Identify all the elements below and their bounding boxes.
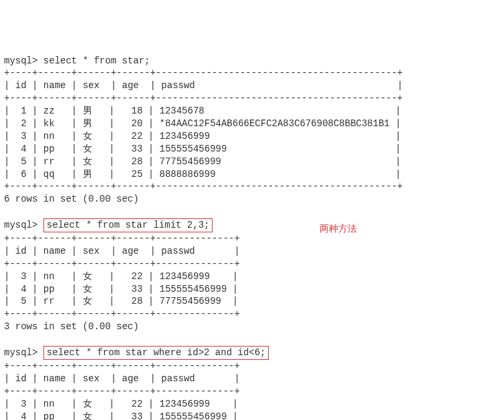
cell: 22 — [131, 399, 142, 409]
col-id: id — [15, 80, 27, 91]
cell: 123456999 — [160, 271, 211, 282]
cell: 5 — [21, 296, 26, 306]
cell: 女 — [83, 284, 92, 294]
col-age: age — [122, 80, 139, 91]
separator: +----+------+------+------+-------------… — [4, 308, 240, 319]
cell: 女 — [83, 271, 92, 282]
query-3-highlighted: select * from star where id>2 and id<6; — [43, 346, 269, 360]
cell: 4 — [21, 284, 26, 294]
cell: pp — [43, 144, 55, 154]
cell: qq — [43, 169, 55, 180]
separator: +----+------+------+------+-------------… — [4, 67, 403, 78]
cell: 女 — [83, 296, 92, 306]
cell: 3 — [21, 131, 26, 142]
cell: rr — [43, 156, 55, 167]
separator: +----+------+------+------+-------------… — [4, 361, 240, 371]
cell: nn — [43, 399, 55, 409]
cell: 3 — [21, 399, 26, 409]
cell: 155555456999 — [160, 411, 227, 421]
cell: 123456999 — [160, 131, 211, 142]
cell: 20 — [131, 118, 142, 129]
cell: 男 — [83, 106, 92, 116]
query-2-highlighted: select * from star limit 2,3; — [43, 218, 213, 232]
col-sex: sex — [83, 80, 100, 91]
mysql-prompt: mysql> — [4, 220, 37, 230]
col-passwd: passwd — [161, 80, 195, 91]
cell: 2 — [21, 118, 26, 129]
col-passwd: passwd — [161, 373, 195, 384]
cell: 女 — [83, 156, 92, 167]
col-name: name — [43, 80, 66, 91]
cell: pp — [43, 284, 55, 294]
separator: +----+------+------+------+-------------… — [4, 386, 240, 397]
cell: 22 — [131, 131, 142, 142]
cell: *84AAC12F54AB666ECFC2A83C676908C8BBC381B… — [160, 118, 390, 129]
cell: 18 — [131, 106, 142, 116]
annotation-text: 两种方法 — [320, 222, 357, 235]
cell: 6 — [21, 169, 26, 180]
separator: +----+------+------+------+-------------… — [4, 93, 403, 103]
col-sex: sex — [83, 373, 100, 384]
cell: 155555456999 — [160, 144, 227, 154]
separator: +----+------+------+------+-------------… — [4, 233, 240, 244]
cell: 女 — [83, 399, 92, 409]
cell: kk — [43, 118, 55, 129]
mysql-prompt: mysql> — [4, 347, 37, 358]
col-id: id — [15, 373, 27, 384]
separator: +----+------+------+------+-------------… — [4, 181, 403, 192]
cell: 3 — [21, 271, 26, 282]
cell: 33 — [131, 284, 142, 294]
cell: 33 — [131, 411, 142, 421]
cell: pp — [43, 411, 55, 421]
cell: 12345678 — [160, 106, 205, 116]
cell: 女 — [83, 131, 92, 142]
cell: zz — [43, 106, 55, 116]
result-summary: 3 rows in set (0.00 sec) — [4, 321, 139, 332]
result-summary: 6 rows in set (0.00 sec) — [4, 194, 139, 204]
col-age: age — [122, 246, 139, 256]
cell: 155555456999 — [160, 284, 227, 294]
cell: 男 — [83, 169, 92, 180]
cell: rr — [43, 296, 55, 306]
cell: 4 — [21, 144, 26, 154]
col-id: id — [15, 246, 27, 256]
cell: 33 — [131, 144, 142, 154]
col-age: age — [122, 373, 139, 384]
cell: 77755456999 — [160, 296, 221, 306]
cell: 男 — [83, 118, 92, 129]
cell: nn — [43, 131, 55, 142]
cell: 28 — [131, 156, 142, 167]
cell: 123456999 — [160, 399, 211, 409]
separator: +----+------+------+------+-------------… — [4, 258, 240, 269]
cell: 77755456999 — [160, 156, 221, 167]
cell: 5 — [21, 156, 26, 167]
cell: 25 — [131, 169, 142, 180]
col-name: name — [43, 373, 66, 384]
mysql-prompt: mysql> — [4, 55, 37, 66]
query-1: select * from star; — [43, 55, 150, 66]
cell: 4 — [21, 411, 26, 421]
cell: 22 — [131, 271, 142, 282]
cell: nn — [43, 271, 55, 282]
col-passwd: passwd — [161, 246, 195, 256]
cell: 女 — [83, 144, 92, 154]
col-sex: sex — [83, 246, 100, 256]
col-name: name — [43, 246, 66, 256]
cell: 28 — [131, 296, 142, 306]
cell: 8888886999 — [160, 169, 216, 180]
cell: 女 — [83, 411, 92, 421]
cell: 1 — [21, 106, 26, 116]
